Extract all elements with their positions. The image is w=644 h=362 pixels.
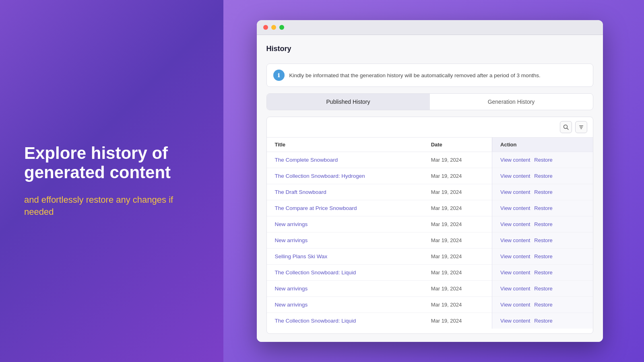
view-content-link[interactable]: View content (500, 269, 530, 276)
view-content-link[interactable]: View content (500, 302, 530, 308)
row-date: Mar 19, 2024 (423, 232, 492, 249)
row-action: View contentRestore (492, 184, 593, 200)
restore-link[interactable]: Restore (534, 221, 553, 227)
view-content-link[interactable]: View content (500, 205, 530, 211)
browser-window: History ℹ Kindly be informated that the … (257, 20, 603, 342)
tab-generation-history[interactable]: Generation History (430, 94, 593, 110)
col-action: Action (492, 138, 593, 152)
row-date: Mar 19, 2024 (423, 184, 492, 200)
svg-rect-2 (579, 125, 583, 126)
row-title[interactable]: The Compare at Price Snowboard (267, 200, 423, 216)
row-date: Mar 19, 2024 (423, 216, 492, 232)
row-action: View contentRestore (492, 200, 593, 216)
table-row: The Complete SnowboardMar 19, 2024View c… (267, 152, 593, 168)
row-action: View contentRestore (492, 152, 593, 168)
view-content-link[interactable]: View content (500, 173, 530, 179)
restore-link[interactable]: Restore (534, 205, 553, 211)
right-panel: History ℹ Kindly be informated that the … (223, 0, 644, 362)
info-icon: ℹ (273, 70, 285, 81)
table-row: New arrivingsMar 19, 2024View contentRes… (267, 232, 593, 249)
row-title[interactable]: New arrivings (267, 216, 423, 232)
table-toolbar (267, 117, 593, 138)
view-content-link[interactable]: View content (500, 157, 530, 163)
row-title[interactable]: New arrivings (267, 297, 423, 313)
left-panel: Explore history of generated content and… (0, 0, 223, 362)
row-date: Mar 19, 2024 (423, 265, 492, 281)
row-action: View contentRestore (492, 297, 593, 313)
restore-link[interactable]: Restore (534, 253, 553, 259)
info-banner: ℹ Kindly be informated that the generati… (266, 64, 593, 87)
row-title[interactable]: The Collection Snowboard: Liquid (267, 265, 423, 281)
search-button[interactable] (560, 121, 572, 133)
row-action: View contentRestore (492, 265, 593, 281)
row-date: Mar 19, 2024 (423, 313, 492, 329)
table-row: The Compare at Price SnowboardMar 19, 20… (267, 200, 593, 216)
table-row: New arrivingsMar 19, 2024View contentRes… (267, 281, 593, 297)
row-action: View contentRestore (492, 313, 593, 329)
data-table: Title Date Action The Complete Snowboard… (267, 138, 593, 333)
view-content-link[interactable]: View content (500, 253, 530, 259)
table-row: New arrivingsMar 19, 2024View contentRes… (267, 297, 593, 313)
restore-link[interactable]: Restore (534, 286, 553, 292)
window-close-dot[interactable] (263, 25, 268, 30)
table-row: The Collection Snowboard: LiquidMar 19, … (267, 313, 593, 329)
table-row: New arrivingsMar 19, 2024View contentRes… (267, 216, 593, 232)
page-title: History (266, 43, 593, 57)
window-maximize-dot[interactable] (279, 25, 284, 30)
restore-link[interactable]: Restore (534, 173, 553, 179)
svg-line-1 (567, 128, 568, 130)
row-title[interactable]: The Complete Snowboard (267, 152, 423, 168)
row-title[interactable]: The Collection Snowboard: Liquid (267, 313, 423, 329)
view-content-link[interactable]: View content (500, 189, 530, 195)
title-bar (257, 20, 603, 35)
restore-link[interactable]: Restore (534, 157, 553, 163)
svg-rect-3 (580, 127, 582, 128)
row-action: View contentRestore (492, 168, 593, 184)
row-title[interactable]: The Draft Snowboard (267, 184, 423, 200)
table-row: The Collection Snowboard: LiquidMar 19, … (267, 265, 593, 281)
window-minimize-dot[interactable] (271, 25, 276, 30)
col-title: Title (267, 138, 423, 152)
row-date: Mar 19, 2024 (423, 297, 492, 313)
view-content-link[interactable]: View content (500, 286, 530, 292)
tab-published-history[interactable]: Published History (267, 94, 430, 110)
row-title[interactable]: New arrivings (267, 281, 423, 297)
row-action: View contentRestore (492, 216, 593, 232)
table-row: The Draft SnowboardMar 19, 2024View cont… (267, 184, 593, 200)
view-content-link[interactable]: View content (500, 221, 530, 227)
row-action: View contentRestore (492, 232, 593, 249)
view-content-link[interactable]: View content (500, 318, 530, 324)
table-container: Title Date Action The Complete Snowboard… (266, 117, 593, 334)
hero-title: Explore history of generated content (24, 144, 199, 183)
hero-subtitle: and effortlessly restore any changes if … (24, 194, 199, 219)
row-date: Mar 19, 2024 (423, 168, 492, 184)
view-content-link[interactable]: View content (500, 237, 530, 243)
info-text: Kindly be informated that the generation… (289, 72, 541, 78)
row-date: Mar 19, 2024 (423, 249, 492, 265)
tabs-container: Published History Generation History (266, 93, 593, 110)
col-date: Date (423, 138, 492, 152)
table-row: The Collection Snowboard: HydrogenMar 19… (267, 168, 593, 184)
row-date: Mar 19, 2024 (423, 281, 492, 297)
filter-button[interactable] (575, 121, 587, 133)
row-action: View contentRestore (492, 249, 593, 265)
row-title[interactable]: New arrivings (267, 232, 423, 249)
row-title[interactable]: Selling Plans Ski Wax (267, 249, 423, 265)
row-action: View contentRestore (492, 281, 593, 297)
restore-link[interactable]: Restore (534, 237, 553, 243)
restore-link[interactable]: Restore (534, 269, 553, 276)
row-date: Mar 19, 2024 (423, 200, 492, 216)
restore-link[interactable]: Restore (534, 318, 553, 324)
restore-link[interactable]: Restore (534, 189, 553, 195)
table-row: Selling Plans Ski WaxMar 19, 2024View co… (267, 249, 593, 265)
window-content: History ℹ Kindly be informated that the … (257, 35, 603, 342)
svg-rect-4 (580, 128, 582, 129)
restore-link[interactable]: Restore (534, 302, 553, 308)
row-title[interactable]: The Collection Snowboard: Hydrogen (267, 168, 423, 184)
row-date: Mar 19, 2024 (423, 152, 492, 168)
